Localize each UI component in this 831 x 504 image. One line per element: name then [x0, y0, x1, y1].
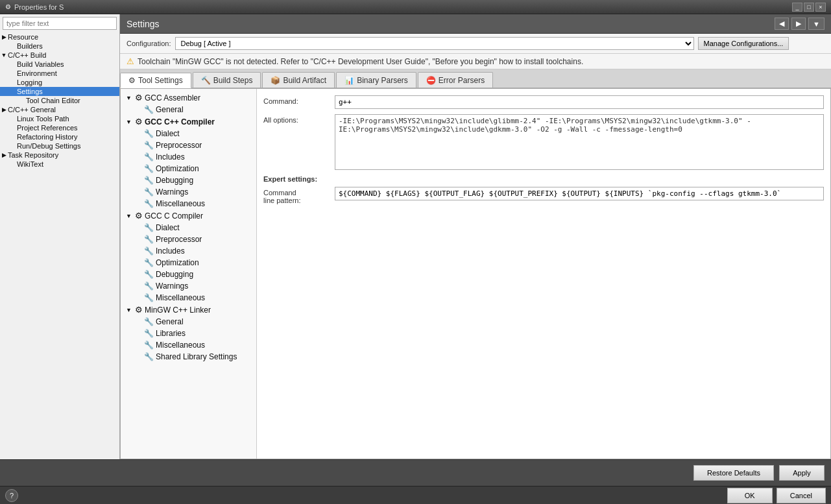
tool-tree-item-includes[interactable]: 🔧 Includes: [121, 151, 256, 163]
maximize-button[interactable]: □: [804, 3, 814, 12]
command-input[interactable]: [335, 95, 824, 109]
all-options-label: All options:: [263, 114, 335, 124]
tree-item-settings[interactable]: Settings: [0, 87, 119, 96]
tool-tree-item-c-miscellaneous[interactable]: 🔧 Miscellaneous: [121, 292, 256, 304]
tree-item-run-debug-settings[interactable]: Run/Debug Settings: [0, 141, 119, 150]
tool-label-c-preprocessor: Preprocessor: [156, 235, 202, 244]
tree-item-refactoring-history[interactable]: Refactoring History: [0, 132, 119, 141]
settings-form: Command: All options: Expert settings: C…: [257, 89, 830, 459]
tree-item-build-variables[interactable]: Build Variables: [0, 60, 119, 69]
manage-configurations-button[interactable]: Manage Configurations...: [698, 37, 789, 50]
tool-label-shared-lib: Shared Library Settings: [156, 352, 237, 361]
tool-label-includes: Includes: [156, 152, 185, 162]
tool-icon-c-optimization: 🔧: [144, 258, 154, 267]
tool-tree-item-optimization[interactable]: 🔧 Optimization: [121, 163, 256, 174]
window-controls[interactable]: _ □ ×: [792, 3, 826, 12]
tool-tree-item-debugging[interactable]: 🔧 Debugging: [121, 174, 256, 186]
tool-tree-item-libraries[interactable]: 🔧 Libraries: [121, 328, 256, 339]
warning-icon: ⚠: [126, 56, 134, 66]
tool-tree-item-linker-misc[interactable]: 🔧 Miscellaneous: [121, 339, 256, 351]
tool-label-debugging: Debugging: [156, 176, 193, 185]
tab-icon-binary-parsers: 📊: [344, 76, 354, 85]
tool-tree-item-gcc-c-compiler[interactable]: ▼ ⚙ GCC C Compiler: [121, 210, 256, 222]
tool-icon-linker-misc: 🔧: [144, 341, 154, 350]
tool-tree-item-c-preprocessor[interactable]: 🔧 Preprocessor: [121, 234, 256, 245]
tab-build-steps[interactable]: 🔨Build Steps: [193, 72, 261, 88]
tool-tree-item-gcc-assembler[interactable]: ▼ ⚙ GCC Assembler: [121, 91, 256, 104]
apply-button[interactable]: Apply: [779, 465, 825, 481]
tree-item-linux-tools-path[interactable]: Linux Tools Path: [0, 114, 119, 123]
tool-tree-item-gcc-cpp-compiler[interactable]: ▼ ⚙ GCC C++ Compiler: [121, 115, 256, 128]
tool-label-libraries: Libraries: [156, 329, 186, 338]
tab-build-artifact[interactable]: 📦Build Artifact: [262, 72, 335, 88]
tool-tree-item-assembler-general[interactable]: 🔧 General: [121, 104, 256, 115]
restore-defaults-button[interactable]: Restore Defaults: [693, 465, 774, 481]
left-panel: ▶ Resource Builders ▼ C/C++ Build Build …: [0, 14, 120, 459]
expert-section: Expert settings: Command line pattern:: [263, 175, 824, 204]
tabs-container: ⚙Tool Settings🔨Build Steps📦Build Artifac…: [120, 72, 494, 88]
tree-label-cpp-build: C/C++ Build: [8, 51, 46, 59]
tool-tree-item-warnings[interactable]: 🔧 Warnings: [121, 186, 256, 198]
tool-tree-item-c-warnings[interactable]: 🔧 Warnings: [121, 280, 256, 292]
tool-tree-item-c-includes[interactable]: 🔧 Includes: [121, 245, 256, 257]
config-label: Configuration:: [126, 40, 171, 47]
tab-label-binary-parsers: Binary Parsers: [357, 76, 408, 85]
tool-tree-item-c-optimization[interactable]: 🔧 Optimization: [121, 257, 256, 269]
tool-tree-item-linker-general[interactable]: 🔧 General: [121, 316, 256, 328]
tab-binary-parsers[interactable]: 📊Binary Parsers: [336, 72, 416, 88]
tool-icon-c-includes: 🔧: [144, 246, 154, 256]
help-button[interactable]: ?: [5, 489, 18, 502]
tree-item-wikitext[interactable]: WikiText: [0, 160, 119, 169]
tab-error-parsers[interactable]: ⛔Error Parsers: [418, 72, 493, 88]
tree-item-builders[interactable]: Builders: [0, 42, 119, 51]
tool-tree-item-miscellaneous[interactable]: 🔧 Miscellaneous: [121, 198, 256, 210]
tree-item-logging[interactable]: Logging: [0, 78, 119, 87]
tabs-bar: ⚙Tool Settings🔨Build Steps📦Build Artifac…: [120, 69, 831, 88]
back-button[interactable]: ◀: [775, 18, 789, 30]
all-options-textarea[interactable]: [335, 114, 824, 170]
tool-tree-item-preprocessor[interactable]: 🔧 Preprocessor: [121, 139, 256, 151]
tool-tree-item-c-dialect[interactable]: 🔧 Dialect: [121, 222, 256, 234]
close-button[interactable]: ×: [815, 3, 826, 12]
tool-icon-miscellaneous: 🔧: [144, 199, 154, 208]
tree-item-cpp-build[interactable]: ▼ C/C++ Build: [0, 51, 119, 60]
config-row: Configuration: Debug [ Active ] Manage C…: [120, 34, 831, 54]
nav-controls[interactable]: ◀ ▶ ▼: [775, 18, 825, 30]
right-panel: Settings ◀ ▶ ▼ Configuration: Debug [ Ac…: [120, 14, 831, 459]
dropdown-nav-button[interactable]: ▼: [808, 18, 825, 30]
tree-item-resource[interactable]: ▶ Resource: [0, 32, 119, 42]
tool-tree-item-c-debugging[interactable]: 🔧 Debugging: [121, 269, 256, 280]
tool-icon-libraries: 🔧: [144, 329, 154, 338]
command-pattern-input[interactable]: [335, 187, 824, 200]
tab-tool-settings[interactable]: ⚙Tool Settings: [120, 73, 191, 88]
tree-item-environment[interactable]: Environment: [0, 69, 119, 78]
filter-input[interactable]: [3, 17, 117, 30]
tree-item-tool-chain-editor[interactable]: Tool Chain Editor: [0, 96, 119, 105]
title-icon: ⚙: [5, 3, 11, 10]
tool-icon-preprocessor: 🔧: [144, 141, 154, 150]
tab-label-build-artifact: Build Artifact: [283, 76, 326, 85]
tool-icon-gcc-assembler: ⚙: [135, 93, 143, 102]
tree-arrow-task-repository: ▶: [0, 152, 8, 158]
tree-item-cpp-general[interactable]: ▶ C/C++ General: [0, 105, 119, 114]
tool-label-warnings: Warnings: [156, 187, 188, 197]
tool-icon-c-debugging: 🔧: [144, 270, 154, 279]
forward-button[interactable]: ▶: [791, 18, 806, 30]
minimize-button[interactable]: _: [792, 3, 802, 12]
tool-tree-item-mingw-linker[interactable]: ▼ ⚙ MinGW C++ Linker: [121, 304, 256, 316]
tree-label-linux-tools-path: Linux Tools Path: [17, 115, 69, 123]
title-bar: ⚙ Properties for S _ □ ×: [0, 0, 831, 14]
tree-item-project-references[interactable]: Project References: [0, 123, 119, 132]
tool-icon-gcc-c-compiler: ⚙: [135, 211, 143, 221]
tool-icon-warnings: 🔧: [144, 187, 154, 197]
tool-label-c-includes: Includes: [156, 246, 185, 256]
tool-tree-item-dialect[interactable]: 🔧 Dialect: [121, 128, 256, 139]
tool-tree-item-shared-lib[interactable]: 🔧 Shared Library Settings: [121, 351, 256, 363]
tool-icon-optimization: 🔧: [144, 164, 154, 173]
config-select[interactable]: Debug [ Active ]: [175, 37, 694, 50]
ok-button[interactable]: OK: [727, 488, 773, 503]
tree-item-task-repository[interactable]: ▶ Task Repository: [0, 150, 119, 160]
tab-label-tool-settings: Tool Settings: [138, 76, 183, 85]
cancel-button[interactable]: Cancel: [777, 488, 826, 503]
tool-icon-c-miscellaneous: 🔧: [144, 293, 154, 302]
